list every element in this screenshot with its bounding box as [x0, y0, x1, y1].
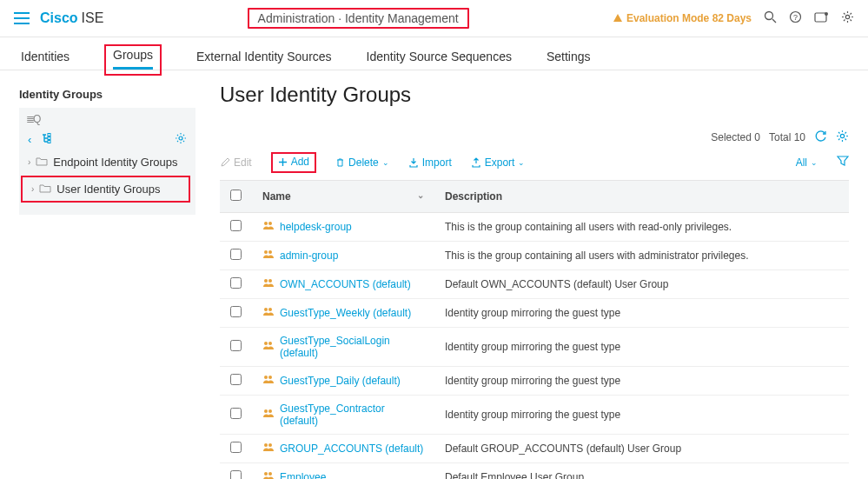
filter-all-button[interactable]: All ⌄	[796, 156, 818, 169]
tab-identities[interactable]: Identities	[21, 46, 70, 70]
menu-icon[interactable]	[14, 12, 30, 24]
tab-settings[interactable]: Settings	[547, 46, 591, 70]
group-description: Default OWN_ACCOUNTS (default) User Grou…	[434, 269, 849, 298]
row-checkbox[interactable]	[230, 374, 242, 385]
sidebar-tree-icon[interactable]	[42, 133, 56, 146]
group-icon	[262, 374, 275, 387]
selected-count: Selected 0	[711, 131, 760, 143]
export-button[interactable]: Export ⌄	[471, 156, 526, 169]
edit-label: Edit	[234, 156, 252, 169]
group-name-link[interactable]: admin-group	[280, 249, 338, 262]
svg-point-16	[268, 279, 272, 283]
row-checkbox[interactable]	[230, 306, 242, 317]
sidebar-back-icon[interactable]: ‹	[28, 133, 31, 146]
sidebar-item-label: User Identity Groups	[56, 183, 160, 196]
group-name-link[interactable]: Employee	[280, 471, 326, 480]
import-button[interactable]: Import	[408, 156, 452, 169]
tab-identity-source-sequences[interactable]: Identity Source Sequences	[367, 46, 512, 70]
chevron-right-icon: ›	[31, 184, 34, 194]
svg-rect-6	[48, 134, 50, 136]
export-label: Export	[485, 156, 515, 169]
select-all-header	[220, 180, 252, 212]
svg-point-13	[264, 250, 268, 254]
svg-text:?: ?	[793, 13, 798, 22]
sidebar-panel: ≣Q ‹ › Endpoint Identity Groups	[19, 108, 195, 215]
svg-point-12	[268, 222, 272, 225]
svg-point-17	[264, 308, 268, 311]
chevron-down-icon: ⌄	[382, 158, 389, 167]
delete-button[interactable]: Delete ⌄	[335, 156, 389, 169]
svg-point-28	[268, 472, 272, 476]
add-label: Add	[291, 156, 309, 168]
group-name-link[interactable]: GuestType_Weekly (default)	[280, 307, 411, 319]
column-description[interactable]: Description	[434, 180, 849, 212]
svg-point-4	[825, 12, 828, 16]
table-row: OWN_ACCOUNTS (default)Default OWN_ACCOUN…	[220, 269, 849, 298]
row-checkbox[interactable]	[230, 340, 242, 351]
breadcrumb: Administration · Identity Management	[248, 8, 469, 29]
help-icon[interactable]: ?	[789, 10, 802, 26]
import-icon	[408, 157, 419, 168]
group-name-link[interactable]: helpdesk-group	[280, 221, 352, 233]
svg-point-21	[264, 376, 268, 379]
group-description: This is the group containing all users w…	[434, 241, 849, 269]
svg-point-18	[268, 308, 272, 311]
main: Identity Groups ≣Q ‹ ›	[0, 70, 868, 479]
group-description: Identity group mirroring the guest type	[434, 327, 849, 366]
row-checkbox[interactable]	[230, 277, 242, 289]
tab-external-identity-sources[interactable]: External Identity Sources	[196, 46, 332, 70]
tab-groups[interactable]: Groups	[113, 44, 153, 69]
group-name-link[interactable]: OWN_ACCOUNTS (default)	[280, 278, 411, 290]
highlight-box-user-identity-groups: › User Identity Groups	[21, 176, 190, 203]
row-checkbox[interactable]	[230, 470, 242, 480]
breadcrumb-wrap: Administration · Identity Management	[103, 8, 613, 29]
group-name-link[interactable]: GuestType_SocialLogin (default)	[280, 335, 424, 359]
group-description: Identity group mirroring the guest type	[434, 298, 849, 327]
select-all-checkbox[interactable]	[230, 190, 242, 201]
group-name-link[interactable]: GuestType_Daily (default)	[280, 375, 401, 387]
page-title: User Identity Groups	[220, 83, 849, 107]
add-button[interactable]: Add	[278, 156, 309, 168]
sidebar-item-user-identity-groups[interactable]: › User Identity Groups	[23, 177, 189, 201]
search-icon[interactable]	[764, 10, 777, 26]
column-name[interactable]: Name ⌄	[252, 180, 434, 212]
topbar: Cisco ISE Administration · Identity Mana…	[0, 0, 868, 37]
chevron-down-icon: ⌄	[518, 158, 525, 167]
pencil-icon	[220, 157, 230, 168]
table-row: admin-groupThis is the group containing …	[220, 241, 849, 269]
group-description: Default Employee User Group	[434, 462, 849, 479]
group-icon	[262, 249, 275, 262]
table-row: helpdesk-groupThis is the group containi…	[220, 212, 849, 241]
highlight-box-add: Add	[271, 152, 316, 173]
chevron-down-icon: ⌄	[811, 158, 818, 167]
delete-label: Delete	[348, 156, 379, 169]
table-settings-icon[interactable]	[836, 130, 849, 145]
refresh-icon[interactable]	[814, 130, 827, 145]
group-name-link[interactable]: GuestType_Contractor (default)	[280, 402, 424, 427]
total-count: Total 10	[769, 131, 805, 143]
sidebar-item-endpoint-identity-groups[interactable]: › Endpoint Identity Groups	[19, 150, 195, 174]
eval-mode-label: Evaluation Mode 82 Days	[626, 12, 752, 24]
notifications-icon[interactable]	[814, 11, 829, 26]
filter-icon[interactable]	[837, 155, 849, 170]
group-icon	[262, 442, 275, 455]
table-row: GuestType_Daily (default)Identity group …	[220, 366, 849, 395]
settings-icon[interactable]	[841, 10, 854, 26]
eval-mode-badge: Evaluation Mode 82 Days	[613, 12, 752, 24]
row-checkbox[interactable]	[230, 220, 242, 231]
group-icon	[262, 408, 275, 421]
svg-point-25	[264, 443, 268, 447]
sidebar-search[interactable]: ≣Q	[19, 110, 195, 129]
topbar-right: Evaluation Mode 82 Days ?	[613, 10, 854, 26]
svg-rect-8	[48, 141, 50, 143]
sort-icon: ⌄	[417, 190, 424, 200]
group-name-link[interactable]: GROUP_ACCOUNTS (default)	[280, 442, 423, 455]
sidebar-gear-icon[interactable]	[175, 132, 187, 147]
row-checkbox[interactable]	[230, 249, 242, 260]
edit-button[interactable]: Edit	[220, 156, 252, 169]
svg-point-26	[268, 443, 272, 447]
row-checkbox[interactable]	[230, 408, 242, 419]
row-checkbox[interactable]	[230, 442, 242, 453]
folder-icon	[36, 156, 48, 169]
group-icon	[262, 277, 275, 290]
